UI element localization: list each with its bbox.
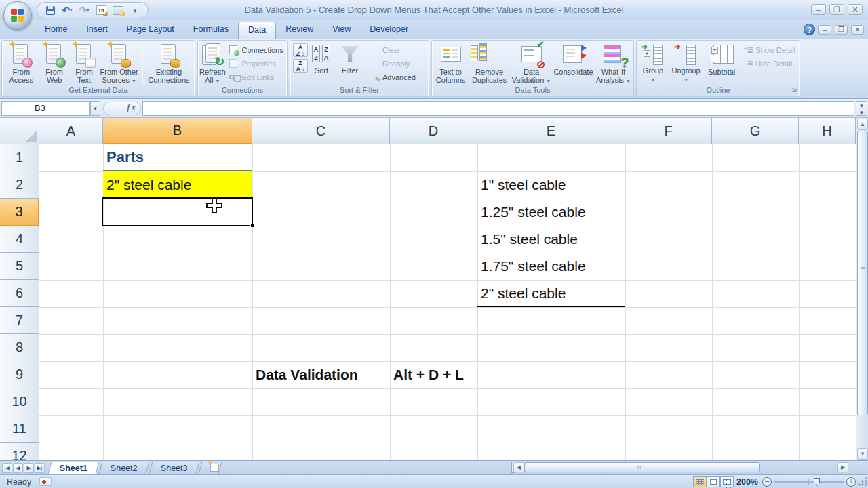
tab-formulas[interactable]: Formulas [184,22,238,39]
row-header-4[interactable]: 4 [0,226,39,253]
tab-page-layout[interactable]: Page Layout [117,22,184,39]
tab-view[interactable]: View [323,22,360,39]
tab-data[interactable]: Data [238,22,276,39]
row-header-8[interactable]: 8 [0,334,39,361]
connections-button[interactable]: Connections [226,43,286,57]
scroll-up-icon[interactable]: ▲ [857,119,868,130]
cell-D9[interactable]: Alt + D + L [390,361,477,388]
page-break-preview-button[interactable] [720,476,734,487]
from-access-button[interactable]: ✦ From Access [3,42,39,87]
worksheet-grid[interactable]: ABCDEFGH 123456789101112 Parts2" steel c… [0,118,856,460]
what-if-analysis-button[interactable]: ? What-If Analysis ▼ [595,42,632,87]
macro-record-icon[interactable] [39,477,52,486]
autoformat-icon[interactable]: 15 [94,3,108,17]
ungroup-button[interactable]: ➜ Ungroup▼ [668,42,704,87]
group-button[interactable]: ➜+ Group▼ [638,42,668,87]
row-header-2[interactable]: 2 [0,171,39,199]
advanced-filter-button[interactable]: ✎ Advanced [366,70,418,84]
sort-button[interactable]: AZZA Sort [308,42,335,87]
from-web-button[interactable]: ✦ From Web [39,42,70,87]
row-header-7[interactable]: 7 [0,307,39,334]
workbook-minimize-icon[interactable]: – [818,25,831,35]
sort-descending-button[interactable]: ZA ↓ [293,59,308,73]
formula-input[interactable] [142,101,854,116]
properties-button[interactable]: Properties [226,57,286,70]
row-header-3[interactable]: 3 [0,199,39,226]
data-validation-button[interactable]: ✔ Data Validation ▼ [511,42,552,87]
column-header-F[interactable]: F [625,118,712,144]
last-sheet-icon[interactable]: ▶| [35,463,45,473]
minimize-icon[interactable]: – [811,4,826,15]
scroll-right-icon[interactable]: ▶ [837,462,848,472]
reapply-button[interactable]: Reapply [366,57,418,70]
sort-ascending-button[interactable]: AZ ↓ [293,43,308,57]
scroll-left-icon[interactable]: ◀ [513,462,524,472]
tab-insert[interactable]: Insert [77,22,117,39]
workbook-close-icon[interactable]: ✕ [851,25,864,35]
subtotal-button[interactable]: + Subtotal [704,42,739,87]
zoom-slider-track[interactable] [774,481,844,483]
refresh-all-button[interactable]: ↻ Refresh All ▼ [199,42,226,87]
remove-duplicates-button[interactable]: Remove Duplicates [468,42,511,87]
customize-qat-icon[interactable]: ▾ [127,3,142,17]
from-text-button[interactable]: ✦ From Text [70,42,99,87]
row-header-6[interactable]: 6 [0,280,39,307]
outline-dialog-launcher-icon[interactable]: ⇲ [790,87,798,95]
close-icon[interactable]: ✕ [848,4,863,15]
insert-worksheet-tab[interactable] [199,462,222,474]
tab-home[interactable]: Home [35,22,77,39]
tab-review[interactable]: Review [276,22,323,39]
horizontal-scrollbar[interactable]: ◀ ▶ [513,461,856,474]
page-layout-view-button[interactable] [707,476,720,487]
consolidate-button[interactable]: Consolidate [552,42,595,87]
scroll-down-icon[interactable]: ▼ [857,448,868,460]
hide-detail-button[interactable]: ⁻≣ Hide Detail [741,57,798,70]
horizontal-scroll-thumb[interactable] [524,462,760,472]
name-box-caret-icon[interactable]: ▼ [90,101,100,116]
edit-links-button[interactable]: Edit Links [226,70,286,84]
show-detail-button[interactable]: ⁺≣ Show Detail [741,43,798,57]
existing-connections-button[interactable]: Existing Connections [144,42,193,87]
row-header-1[interactable]: 1 [0,144,39,171]
filter-button[interactable]: Filter [335,42,365,87]
insert-function-icon[interactable]: ƒx [126,102,136,113]
row-header-5[interactable]: 5 [0,253,39,280]
column-header-C[interactable]: C [252,118,390,144]
redo-icon[interactable]: ↷▾ [77,3,92,17]
column-header-H[interactable]: H [799,118,856,144]
select-all-corner[interactable] [0,118,39,144]
vertical-scrollbar[interactable]: ▲ ▼ [856,118,868,460]
next-sheet-icon[interactable]: ▶ [24,463,34,473]
undo-icon[interactable]: ↶▾ [60,3,75,17]
name-box[interactable]: B3 [1,101,90,116]
clear-filter-button[interactable]: Clear [366,43,418,57]
expand-formula-bar-icon[interactable]: ▼▼ [856,101,867,116]
vertical-scroll-thumb[interactable] [857,131,868,415]
from-other-sources-button[interactable]: ✦ From Other Sources ▼ [98,42,139,87]
row-header-9[interactable]: 9 [0,361,39,388]
sheet-tab-sheet2[interactable]: Sheet2 [98,462,149,474]
restore-icon[interactable]: ❐ [829,4,844,15]
sheet-tab-sheet3[interactable]: Sheet3 [149,462,199,474]
cell-C9[interactable]: Data Validation [252,361,390,388]
zoom-slider-handle[interactable] [814,478,820,486]
sheet-tab-sheet1[interactable]: Sheet1 [47,462,99,474]
tab-developer[interactable]: Developer [360,22,418,39]
column-header-A[interactable]: A [39,118,103,144]
first-sheet-icon[interactable]: |◀ [2,463,12,473]
row-header-11[interactable]: 11 [0,415,39,443]
column-header-B[interactable]: B [103,118,252,144]
column-header-E[interactable]: E [477,118,625,144]
zoom-in-icon[interactable]: + [846,477,856,487]
row-header-12[interactable]: 12 [0,443,39,460]
zoom-out-icon[interactable]: – [762,477,772,487]
cell-B1[interactable]: Parts [103,144,252,171]
workbook-restore-icon[interactable]: ❐ [835,25,848,35]
save-icon[interactable] [43,3,58,17]
help-icon[interactable]: ? [804,24,815,35]
fill-handle[interactable] [250,224,254,228]
cell-B2[interactable]: 2" steel cable [103,171,252,199]
column-header-G[interactable]: G [712,118,799,144]
office-button[interactable] [3,1,32,30]
text-to-columns-button[interactable]: Text to Columns [433,42,468,87]
